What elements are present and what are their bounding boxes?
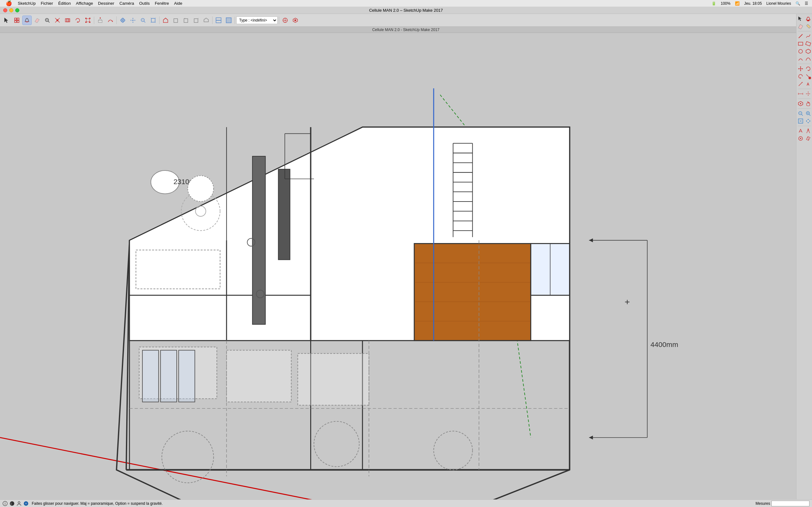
- window-title: Cellule MAN 2.0 – SketchUp Make 2017: [369, 8, 406, 13]
- svg-rect-16: [86, 19, 90, 22]
- zoom-tool[interactable]: [138, 15, 148, 25]
- section-fill-tool[interactable]: [224, 15, 234, 25]
- svg-rect-0: [14, 18, 16, 20]
- geolocation-tool[interactable]: [281, 15, 290, 25]
- paint-bucket-tool[interactable]: [22, 15, 32, 25]
- section-cut-tool[interactable]: [214, 15, 223, 25]
- svg-rect-3: [17, 20, 19, 22]
- svg-marker-29: [132, 22, 134, 23]
- scale-tool[interactable]: [83, 15, 93, 25]
- svg-line-34: [144, 21, 145, 22]
- rotate-tool[interactable]: [73, 15, 83, 25]
- svg-marker-28: [132, 18, 134, 19]
- maximize-button[interactable]: [15, 8, 19, 12]
- component-tool[interactable]: [12, 15, 21, 25]
- menu-affichage[interactable]: Affichage: [73, 0, 96, 7]
- menu-fenetre[interactable]: Fenêtre: [152, 0, 171, 7]
- svg-point-12: [56, 19, 58, 21]
- minimize-button[interactable]: [9, 8, 13, 12]
- viewport[interactable]: 2310mm 4400mm +: [0, 33, 406, 253]
- zoom-extents-tool[interactable]: [148, 15, 158, 25]
- apple-menu[interactable]: 🍎: [3, 0, 15, 7]
- svg-rect-21: [98, 20, 102, 22]
- menu-fichier[interactable]: Fichier: [38, 0, 55, 7]
- svg-rect-14: [67, 19, 70, 22]
- svg-rect-110: [252, 156, 265, 253]
- svg-rect-36: [151, 18, 155, 22]
- svg-rect-44: [194, 19, 198, 22]
- svg-rect-1: [17, 18, 19, 20]
- left-view-tool[interactable]: [181, 15, 191, 25]
- svg-point-57: [294, 19, 296, 21]
- toolbar-sep-6: [279, 16, 279, 24]
- toolbar-sep-4: [212, 16, 212, 24]
- svg-line-45: [198, 18, 199, 19]
- push-pull-tool[interactable]: [96, 15, 105, 25]
- close-button[interactable]: [3, 8, 7, 12]
- svg-point-51: [285, 20, 286, 21]
- pan-tool[interactable]: [128, 15, 138, 25]
- menu-bar: 🍎 SketchUp Fichier Édition Affichage Des…: [0, 0, 406, 7]
- svg-rect-19: [85, 21, 87, 23]
- orbit-tool[interactable]: [118, 15, 128, 25]
- svg-line-5: [48, 21, 49, 22]
- menu-dessiner[interactable]: Dessiner: [96, 0, 117, 7]
- svg-line-38: [155, 18, 156, 18]
- svg-line-39: [151, 22, 151, 23]
- subtitle-bar: Cellule MAN 2.0 - SketchUp Make 2017: [0, 26, 406, 33]
- svg-line-40: [155, 22, 156, 23]
- toolbar-sep-1: [94, 16, 94, 24]
- svg-rect-18: [89, 18, 90, 19]
- explode-tool[interactable]: [53, 15, 62, 25]
- menu-edition[interactable]: Édition: [55, 0, 73, 7]
- menu-aide[interactable]: Aide: [171, 0, 185, 7]
- traffic-lights: [3, 8, 19, 12]
- zoom-window-tool[interactable]: [43, 15, 52, 25]
- 3d-warehouse-tool[interactable]: [291, 15, 300, 25]
- follow-me-tool[interactable]: [106, 15, 115, 25]
- top-view-tool[interactable]: [201, 15, 211, 25]
- menu-camera[interactable]: Caméra: [117, 0, 136, 7]
- front-view-tool[interactable]: [171, 15, 181, 25]
- house-view-tool[interactable]: [161, 15, 170, 25]
- select-tool[interactable]: [2, 15, 11, 25]
- svg-rect-49: [226, 18, 231, 23]
- menu-sketchup[interactable]: SketchUp: [15, 0, 38, 7]
- svg-marker-30: [131, 20, 131, 21]
- title-bar: Cellule MAN 2.0 – SketchUp Make 2017: [0, 7, 406, 14]
- intersect-tool[interactable]: [63, 15, 72, 25]
- svg-rect-20: [89, 21, 90, 23]
- svg-rect-42: [184, 19, 188, 22]
- svg-rect-2: [14, 20, 16, 22]
- svg-point-32: [132, 20, 134, 21]
- subtitle-text: Cellule MAN 2.0 - SketchUp Make 2017: [372, 27, 406, 32]
- svg-marker-46: [204, 18, 208, 22]
- main-toolbar: Type : <indéfini>: [0, 14, 406, 26]
- toolbar-sep-2: [116, 16, 117, 24]
- svg-rect-111: [278, 169, 290, 253]
- svg-line-37: [151, 18, 151, 18]
- svg-point-27: [122, 20, 123, 21]
- svg-marker-31: [135, 20, 136, 21]
- eraser-tool[interactable]: [32, 15, 42, 25]
- svg-marker-23: [100, 17, 101, 18]
- menu-outils[interactable]: Outils: [137, 0, 152, 7]
- svg-rect-17: [85, 18, 87, 19]
- svg-rect-41: [174, 19, 177, 22]
- svg-point-122: [188, 176, 214, 202]
- type-selector[interactable]: Type : <indéfini>: [236, 16, 277, 24]
- scene-view[interactable]: 2310mm 4400mm +: [0, 33, 406, 253]
- right-view-tool[interactable]: [191, 15, 201, 25]
